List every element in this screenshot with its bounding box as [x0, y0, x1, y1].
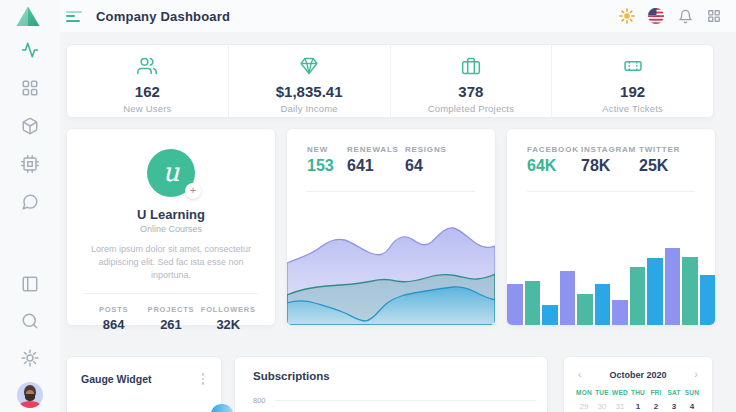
sidebar-item-layout[interactable] — [21, 275, 39, 293]
more-options-icon[interactable] — [199, 370, 208, 388]
metric-label: INSTAGRAM — [581, 145, 639, 154]
bar — [595, 284, 611, 325]
subscribers-metrics: NEW 153 RENEWALS 641 RESIGNS 64 — [287, 129, 495, 175]
hamburger-menu-icon[interactable] — [66, 8, 83, 24]
calendar-next-icon[interactable]: › — [694, 369, 698, 380]
top-header: Company Dashboard — [60, 0, 736, 32]
profile-name: U Learning — [67, 207, 275, 222]
calendar-date[interactable]: 30 — [593, 402, 611, 411]
gauge-arc — [211, 404, 233, 412]
calendar-date[interactable]: 2 — [647, 402, 665, 411]
sidebar-item-chat[interactable] — [21, 193, 39, 211]
bar — [665, 248, 681, 325]
dashboard-page: Company Dashboard — [0, 0, 736, 412]
calendar-card: ‹ October 2020 › MON TUE WED THU FRI SAT… — [563, 356, 713, 412]
briefcase-icon — [461, 56, 481, 76]
metric-twitter: TWITTER 25K — [639, 145, 680, 175]
day-name: SAT — [665, 389, 683, 396]
bar — [700, 275, 716, 325]
stat-active-tickets: 192 Active Tickets — [551, 45, 713, 117]
stat-value: 32K — [200, 317, 257, 332]
stat-completed-projects: 378 Completed Projects — [390, 45, 552, 117]
calendar-date[interactable]: 1 — [629, 402, 647, 411]
metric-resigns: RESIGNS 64 — [405, 145, 447, 175]
stat-label: Active Tickets — [552, 103, 713, 114]
gridline — [275, 400, 536, 401]
apps-grid-icon[interactable] — [706, 8, 722, 24]
gauge-widget-card: Gauge Widget — [66, 356, 222, 412]
divider — [527, 191, 695, 192]
stat-label: New Users — [67, 103, 228, 114]
avatar-shirt — [19, 401, 41, 408]
profile-description: Lorem ipsum dolor sit amet, consectetur … — [81, 243, 261, 282]
profile-card: u + U Learning Online Courses Lorem ipsu… — [66, 128, 276, 326]
bar — [630, 267, 646, 325]
bar — [560, 271, 576, 325]
bar — [647, 258, 663, 325]
divider — [83, 293, 259, 294]
sidebar-item-search[interactable] — [21, 312, 39, 330]
sidebar-item-widgets[interactable] — [21, 79, 39, 97]
calendar-date[interactable]: 4 — [683, 402, 701, 411]
metric-value: 64 — [405, 157, 447, 175]
language-us-flag-icon[interactable] — [648, 8, 664, 24]
stat-label: POSTS — [85, 305, 142, 314]
ticket-icon — [623, 56, 643, 76]
stat-value: 378 — [391, 83, 552, 100]
app-logo-icon[interactable] — [15, 5, 41, 32]
stat-label: Daily Income — [229, 103, 390, 114]
theme-sun-icon[interactable] — [619, 8, 635, 24]
stat-value: 192 — [552, 83, 713, 100]
profile-stat-posts: POSTS 864 — [85, 305, 142, 332]
metric-value: 64K — [527, 157, 581, 175]
calendar-week-row: 29 30 31 1 2 3 4 — [564, 402, 712, 411]
stat-label: FOLLOWERS — [200, 305, 257, 314]
page-title: Company Dashboard — [96, 9, 230, 24]
day-name: THU — [629, 389, 647, 396]
notifications-bell-icon[interactable] — [677, 8, 693, 24]
day-name: SUN — [683, 389, 701, 396]
bar — [525, 281, 541, 325]
sidebar — [0, 0, 60, 412]
divider — [307, 191, 475, 192]
calendar-date[interactable]: 29 — [575, 402, 593, 411]
diamond-icon — [299, 56, 319, 76]
sidebar-item-activity[interactable] — [21, 41, 39, 59]
metric-label: RESIGNS — [405, 145, 447, 154]
stat-label: Completed Projects — [391, 103, 552, 114]
metric-label: RENEWALS — [347, 145, 405, 154]
kpi-stats-bar: 162 New Users $1,835.41 Daily Income 378… — [66, 44, 714, 118]
stat-value: 864 — [85, 317, 142, 332]
profile-stat-projects: PROJECTS 261 — [142, 305, 199, 332]
social-metrics: FACEBOOK 64K INSTAGRAM 78K TWITTER 25K — [507, 129, 715, 175]
add-follow-button[interactable]: + — [185, 183, 201, 199]
bar — [577, 294, 593, 325]
calendar-date[interactable]: 31 — [611, 402, 629, 411]
avatar-letter: u — [163, 157, 180, 187]
day-name: MON — [575, 389, 593, 396]
sidebar-item-package[interactable] — [21, 117, 39, 135]
metric-label: NEW — [307, 145, 347, 154]
stat-daily-income: $1,835.41 Daily Income — [228, 45, 390, 117]
metric-value: 78K — [581, 157, 639, 175]
profile-subtitle: Online Courses — [67, 224, 275, 234]
users-icon — [137, 56, 157, 76]
metric-label: TWITTER — [639, 145, 680, 154]
profile-stats: POSTS 864 PROJECTS 261 FOLLOWERS 32K — [67, 305, 275, 332]
metric-value: 641 — [347, 157, 405, 175]
metric-facebook: FACEBOOK 64K — [527, 145, 581, 175]
sidebar-item-settings[interactable] — [21, 349, 39, 367]
sidebar-item-cpu[interactable] — [21, 155, 39, 173]
user-avatar[interactable] — [17, 382, 43, 408]
metric-label: FACEBOOK — [527, 145, 581, 154]
social-bar-chart — [507, 235, 715, 325]
metric-value: 25K — [639, 157, 680, 175]
stat-value: 261 — [142, 317, 199, 332]
metric-new: NEW 153 — [307, 145, 347, 175]
calendar-date[interactable]: 3 — [665, 402, 683, 411]
y-axis-tick: 800 — [253, 396, 266, 405]
bar — [542, 305, 558, 325]
card-title: Gauge Widget — [81, 373, 152, 385]
bar — [682, 257, 698, 325]
stat-new-users: 162 New Users — [67, 45, 228, 117]
